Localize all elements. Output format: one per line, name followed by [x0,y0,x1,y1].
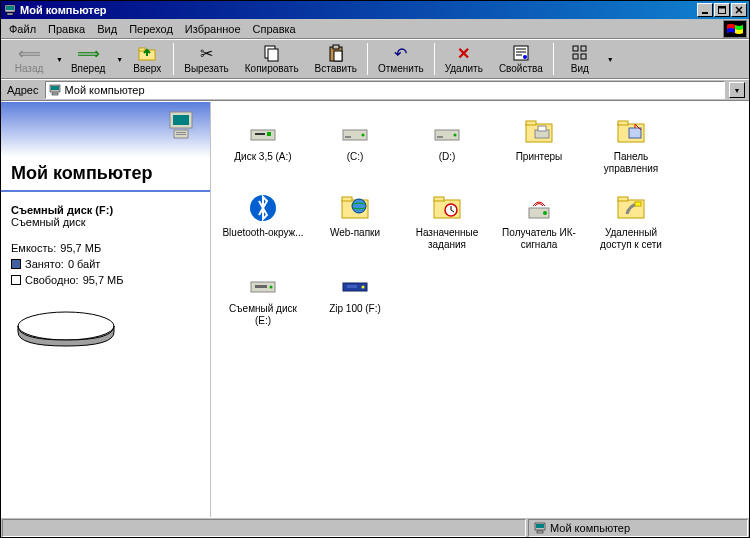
menu-edit[interactable]: Правка [42,21,91,37]
web-folders-item[interactable]: Web-папки [309,188,401,264]
svg-rect-46 [618,121,628,125]
back-button[interactable]: ⟸ Назад [5,42,53,76]
folder-controlpanel-icon [615,116,647,148]
svg-rect-3 [702,12,708,14]
pie-chart-icon [11,302,200,352]
svg-rect-18 [573,46,578,51]
svg-rect-1 [6,6,14,10]
drive-c-item[interactable]: (C:) [309,112,401,188]
back-dropdown[interactable]: ▼ [56,56,63,63]
forward-button[interactable]: ⟹ Вперед [63,42,113,76]
forward-dropdown[interactable]: ▼ [116,56,123,63]
mycomputer-icon [533,521,547,535]
arrow-left-icon: ⟸ [18,44,41,62]
undo-button[interactable]: ↶ Отменить [370,42,432,76]
properties-icon [512,44,530,62]
up-button[interactable]: Вверх [123,42,171,76]
views-dropdown[interactable]: ▼ [607,56,614,63]
svg-point-51 [352,199,366,213]
svg-rect-39 [437,136,443,138]
svg-rect-50 [342,197,352,201]
floppy-drive-item[interactable]: Диск 3,5 (A:) [217,112,309,188]
folder-dialup-icon [615,192,647,224]
copy-button[interactable]: Копировать [237,42,307,76]
svg-rect-29 [176,134,186,135]
capacity-line: Емкость: 95,7 МБ [11,242,200,254]
svg-point-65 [362,286,365,289]
address-field[interactable]: Мой компьютер [45,81,726,99]
drive-d-item[interactable]: (D:) [401,112,493,188]
svg-rect-68 [537,531,543,533]
sidebar-banner [1,102,210,157]
svg-point-17 [523,55,527,59]
menubar: Файл Правка Вид Переход Избранное Справк… [1,19,749,39]
removable-e-item[interactable]: Съемный диск (E:) [217,264,309,340]
toolbar-separator [173,43,174,75]
dialup-item[interactable]: Удаленный доступ к сети [585,188,677,264]
menu-go[interactable]: Переход [123,21,179,37]
svg-rect-53 [434,197,444,201]
menu-help[interactable]: Справка [247,21,302,37]
scissors-icon: ✂ [200,44,213,62]
minimize-button[interactable] [697,3,713,17]
svg-rect-11 [333,45,339,49]
close-button[interactable] [731,3,747,17]
printers-item[interactable]: Принтеры [493,112,585,188]
free-swatch-icon [11,275,21,285]
statusbar: Мой компьютер [1,517,749,537]
zip-f-item[interactable]: Zip 100 (F:) [309,264,401,340]
svg-rect-67 [536,524,544,528]
svg-rect-61 [255,285,267,288]
maximize-button[interactable] [714,3,730,17]
content-area: Мой компьютер Съемный диск (F:) Съемный … [1,101,749,517]
arrow-right-icon: ⟹ [77,44,100,62]
zip-drive-icon [339,268,371,300]
menu-favorites[interactable]: Избранное [179,21,247,37]
menu-file[interactable]: Файл [3,21,42,37]
icon-pane[interactable]: Диск 3,5 (A:) (C:) (D:) Принтеры Панель … [211,102,749,517]
properties-button[interactable]: Свойства [491,42,551,76]
svg-rect-7 [139,48,145,51]
menu-view[interactable]: Вид [91,21,123,37]
svg-rect-34 [267,132,271,136]
selected-item-title: Съемный диск (F:) [11,204,200,216]
svg-rect-19 [581,46,586,51]
svg-rect-9 [268,49,278,61]
views-icon [571,44,589,62]
svg-rect-23 [51,86,59,90]
titlebar: Мой компьютер [1,1,749,19]
views-button[interactable]: Вид [556,42,604,76]
svg-rect-42 [526,121,536,125]
copy-icon [263,44,281,62]
folder-web-icon [339,192,371,224]
used-swatch-icon [11,259,21,269]
address-value: Мой компьютер [65,84,145,96]
explorer-window: Мой компьютер Файл Правка Вид Переход Из… [0,0,750,538]
control-panel-item[interactable]: Панель управления [585,112,677,188]
undo-icon: ↶ [394,44,407,62]
ir-receiver-item[interactable]: Получатель ИК-сигнала [493,188,585,264]
cut-button[interactable]: ✂ Вырезать [176,42,236,76]
delete-button[interactable]: ✕ Удалить [437,42,491,76]
floppy-icon [247,116,279,148]
paste-button[interactable]: Вставить [307,42,365,76]
sidebar-body: Съемный диск (F:) Съемный диск Емкость: … [1,204,210,352]
mycomputer-large-icon [164,108,200,144]
svg-rect-2 [7,13,13,15]
selected-item-type: Съемный диск [11,216,200,228]
svg-point-31 [18,312,114,340]
info-sidebar: Мой компьютер Съемный диск (F:) Съемный … [1,102,211,517]
ir-icon [523,192,555,224]
sidebar-title: Мой компьютер [1,157,210,192]
delete-icon: ✕ [457,44,470,62]
scheduled-tasks-item[interactable]: Назначенные задания [401,188,493,264]
used-line: Занято: 0 байт [11,258,200,270]
address-dropdown[interactable]: ▼ [729,82,745,98]
svg-rect-36 [345,136,351,138]
folder-tasks-icon [431,192,463,224]
bluetooth-item[interactable]: Bluetooth-окруж... [217,188,309,264]
svg-point-62 [270,286,273,289]
svg-rect-5 [719,7,726,9]
toolbar-separator [553,43,554,75]
bluetooth-icon [247,192,279,224]
